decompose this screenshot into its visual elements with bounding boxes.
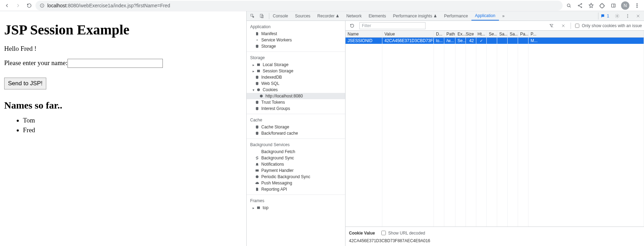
- svg-point-5: [581, 3, 582, 5]
- sidebar-item-local-storage[interactable]: ▸Local Storage: [247, 62, 345, 68]
- sidebar-item-cache-storage[interactable]: Cache Storage: [247, 124, 345, 130]
- sidebar-item-storage[interactable]: Storage: [247, 43, 345, 49]
- show-url-decoded[interactable]: Show URL decoded: [380, 230, 425, 236]
- svg-point-35: [258, 89, 258, 90]
- arrows-icon: [255, 150, 259, 154]
- names-heading: Names so far..: [4, 100, 242, 111]
- tab-recorder[interactable]: Recorder: [314, 11, 343, 21]
- bookmark-icon[interactable]: [586, 1, 596, 10]
- sidebar-item-service-workers[interactable]: Service Workers: [247, 37, 345, 43]
- application-sidebar[interactable]: Application Manifest Service Workers Sto…: [247, 21, 345, 246]
- tab-performance[interactable]: Performance: [440, 11, 471, 21]
- cookie-icon: [259, 94, 263, 98]
- filter-input[interactable]: Filter: [359, 22, 426, 29]
- tab-perf-insights[interactable]: Performance insights: [389, 11, 440, 21]
- extensions-icon[interactable]: [597, 1, 607, 10]
- file-icon: [255, 187, 259, 191]
- col-secure[interactable]: Se...: [487, 31, 497, 37]
- share-icon[interactable]: [575, 1, 585, 10]
- tab-console[interactable]: Console: [269, 11, 292, 21]
- chevron-right-icon: ▸: [252, 63, 255, 67]
- more-icon[interactable]: [623, 11, 632, 21]
- col-path[interactable]: Path: [444, 31, 455, 37]
- clear-filter-icon[interactable]: [547, 21, 556, 30]
- sidebar-item-cookies[interactable]: ▾Cookies: [247, 87, 345, 93]
- address-bar[interactable]: localhost:8080/webExercise1a/index.jsp?f…: [35, 1, 563, 10]
- tab-elements[interactable]: Elements: [365, 11, 389, 21]
- sidebar-item-cookie-origin[interactable]: http://localhost:8080: [247, 93, 345, 99]
- inspect-icon[interactable]: [248, 11, 257, 21]
- sidebar-item-bg-sync[interactable]: Background Sync: [247, 155, 345, 161]
- clock-icon: [255, 175, 259, 179]
- tab-more[interactable]: »: [499, 11, 508, 21]
- sidebar-item-bg-fetch[interactable]: Background Fetch: [247, 149, 345, 155]
- name-label: Please enter your name:: [4, 59, 67, 66]
- sidebar-item-trust-tokens[interactable]: Trust Tokens: [247, 99, 345, 105]
- svg-rect-10: [612, 4, 615, 7]
- table-icon: [256, 63, 261, 67]
- sidebar-item-push[interactable]: Push Messaging: [247, 180, 345, 186]
- refresh-button[interactable]: [348, 21, 357, 30]
- list-item: Fred: [23, 126, 242, 134]
- sidebar-item-websql[interactable]: Web SQL: [247, 80, 345, 87]
- sidebar-item-interest-groups[interactable]: Interest Groups: [247, 105, 345, 112]
- list-item: Tom: [23, 117, 242, 124]
- names-list: Tom Fred: [4, 117, 242, 134]
- sidebar-item-periodic-sync[interactable]: Periodic Background Sync: [247, 174, 345, 180]
- sidebar-item-session-storage[interactable]: ▸Session Storage: [247, 68, 345, 74]
- tab-application[interactable]: Application: [471, 11, 499, 21]
- forward-button[interactable]: [13, 1, 23, 10]
- table-row[interactable]: JSESSIONID 42CA456E371D3CBD73F887... lo.…: [345, 38, 644, 44]
- reload-button[interactable]: [24, 1, 34, 10]
- devtools-tabs: Console Sources Recorder Network Element…: [247, 11, 644, 21]
- col-domain[interactable]: D...: [434, 31, 444, 37]
- form-row: Please enter your name:: [4, 59, 242, 68]
- svg-point-34: [257, 88, 260, 91]
- col-size[interactable]: Size: [466, 31, 476, 37]
- sidepanel-icon[interactable]: [609, 1, 618, 10]
- avatar[interactable]: N: [621, 1, 629, 10]
- cookies-pane: Filter Only show cookies with an issue N…: [345, 21, 644, 246]
- col-samesite[interactable]: Sa...: [497, 31, 508, 37]
- tab-network[interactable]: Network: [343, 11, 365, 21]
- close-devtools-icon[interactable]: [634, 11, 643, 21]
- db-icon: [255, 125, 259, 129]
- filter-bar: Filter Only show cookies with an issue: [345, 21, 644, 31]
- back-button[interactable]: [2, 1, 12, 10]
- sidebar-item-top-frame[interactable]: ▸top: [247, 205, 345, 211]
- menu-icon[interactable]: [632, 1, 642, 10]
- sidebar-item-notifications[interactable]: Notifications: [247, 161, 345, 167]
- clear-icon[interactable]: [559, 21, 568, 30]
- cookie-table[interactable]: Name Value D... Path Ex... Size Ht... Se…: [345, 31, 644, 227]
- col-sameparty[interactable]: Sa...: [508, 31, 518, 37]
- settings-icon[interactable]: [613, 11, 622, 21]
- col-priority[interactable]: P...: [528, 31, 644, 37]
- sidebar-item-payment[interactable]: Payment Handler: [247, 167, 345, 174]
- sidebar-item-bfcache[interactable]: Back/forward cache: [247, 130, 345, 136]
- devtools: Console Sources Recorder Network Element…: [246, 11, 644, 246]
- info-icon: [40, 3, 45, 8]
- db-icon: [255, 100, 259, 104]
- cell-size: 42: [466, 38, 476, 44]
- zoom-icon[interactable]: [564, 1, 574, 10]
- cell-samesite: [497, 38, 508, 44]
- col-httponly[interactable]: Ht...: [476, 31, 487, 37]
- sidebar-item-reporting[interactable]: Reporting API: [247, 186, 345, 192]
- flask-icon: [434, 14, 437, 18]
- cell-domain: lo...: [434, 38, 444, 44]
- bell-icon: [255, 162, 259, 166]
- col-name[interactable]: Name: [345, 31, 382, 37]
- svg-rect-42: [256, 169, 259, 172]
- tab-sources[interactable]: Sources: [292, 11, 314, 21]
- only-issues-checkbox[interactable]: Only show cookies with an issue: [574, 23, 642, 29]
- name-input[interactable]: [67, 59, 163, 68]
- sidebar-item-indexeddb[interactable]: IndexedDB: [247, 74, 345, 80]
- submit-button[interactable]: Send to JSP!: [4, 78, 46, 89]
- issues-badge[interactable]: 1: [598, 13, 611, 19]
- table-body[interactable]: JSESSIONID 42CA456E371D3CBD73F887... lo.…: [345, 38, 644, 227]
- col-expires[interactable]: Ex...: [455, 31, 466, 37]
- sidebar-item-manifest[interactable]: Manifest: [247, 31, 345, 37]
- device-icon[interactable]: [257, 11, 266, 21]
- col-value[interactable]: Value: [382, 31, 434, 37]
- col-partition[interactable]: Pa...: [518, 31, 528, 37]
